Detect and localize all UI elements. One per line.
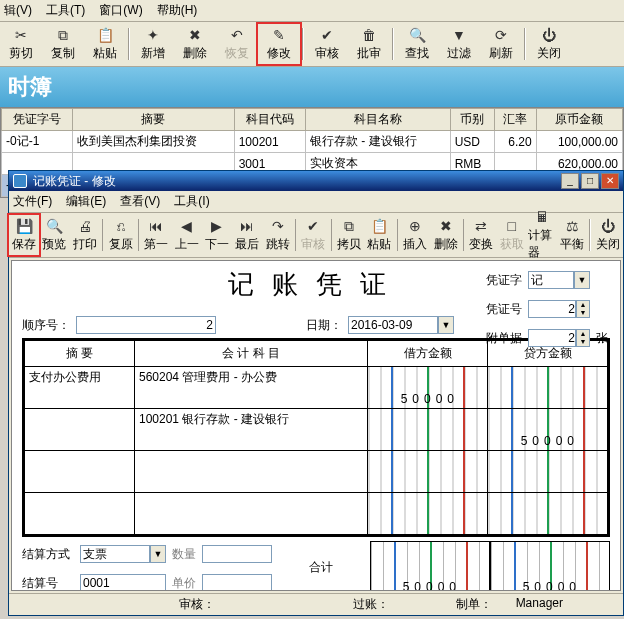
新增-button[interactable]: ✦新增 (132, 24, 174, 64)
spin-buttons[interactable]: ▲▼ (576, 329, 590, 347)
修改-icon: ✎ (271, 27, 287, 43)
settle-mode-select[interactable] (80, 545, 150, 563)
插入-button[interactable]: ⊕插入 (400, 215, 430, 255)
voucher-row[interactable]: 支付办公费用560204 管理费用 - 办公费50000 (25, 367, 608, 409)
批审-icon: 🗑 (361, 27, 377, 43)
close-button[interactable]: ✕ (601, 173, 619, 189)
粘贴-button[interactable]: 📋粘贴 (364, 215, 394, 255)
qty-input[interactable] (202, 545, 272, 563)
voucher-document: 记账凭证 凭证字 ▼ 凭证号 ▲▼ 附单据 ▲▼ 张 顺序号： 日期： ▼ 摘 … (11, 260, 621, 591)
audit-label: 审核： (179, 596, 215, 613)
menu-item[interactable]: 文件(F) (13, 193, 52, 210)
刷新-button[interactable]: ⟳刷新 (480, 24, 522, 64)
删除-button[interactable]: ✖删除 (430, 215, 460, 255)
第一-icon: ⏮ (148, 218, 164, 234)
app-icon (13, 174, 27, 188)
qty-label: 数量 (172, 546, 196, 563)
修改-button[interactable]: ✎修改 (258, 24, 300, 64)
审核-button[interactable]: ✔审核 (298, 215, 328, 255)
menu-item[interactable]: 帮助(H) (157, 2, 198, 19)
attach-count-input[interactable] (528, 329, 576, 347)
关闭-button[interactable]: ⏻关闭 (528, 24, 570, 64)
下一-icon: ▶ (209, 218, 225, 234)
col-debit: 借方金额 (368, 341, 488, 367)
刷新-icon: ⟳ (493, 27, 509, 43)
复制-button[interactable]: ⧉复制 (42, 24, 84, 64)
平衡-button[interactable]: ⚖平衡 (557, 215, 587, 255)
grid-col[interactable]: 凭证字号 (2, 109, 73, 131)
grid-col[interactable]: 摘要 (73, 109, 234, 131)
chevron-down-icon[interactable]: ▼ (150, 545, 166, 563)
批审-button[interactable]: 🗑批审 (348, 24, 390, 64)
过滤-button[interactable]: ▼过滤 (438, 24, 480, 64)
settle-no-label: 结算号 (22, 575, 74, 592)
剪切-button[interactable]: ✂剪切 (0, 24, 42, 64)
menu-item[interactable]: 辑(V) (4, 2, 32, 19)
grid-col[interactable]: 汇率 (495, 109, 536, 131)
审核-button[interactable]: ✔审核 (306, 24, 348, 64)
menu-item[interactable]: 编辑(E) (66, 193, 106, 210)
删除-button[interactable]: ✖删除 (174, 24, 216, 64)
grid-col[interactable]: 科目名称 (305, 109, 450, 131)
spin-buttons[interactable]: ▲▼ (576, 300, 590, 318)
voucher-row[interactable] (25, 451, 608, 493)
预览-button[interactable]: 🔍预览 (39, 215, 69, 255)
menu-item[interactable]: 窗口(W) (99, 2, 142, 19)
seq-input[interactable] (76, 316, 216, 334)
menu-item[interactable]: 查看(V) (120, 193, 160, 210)
打印-button[interactable]: 🖨打印 (70, 215, 100, 255)
settle-no-input[interactable] (80, 574, 166, 591)
拷贝-button[interactable]: ⧉拷贝 (334, 215, 364, 255)
保存-button[interactable]: 💾保存 (9, 215, 39, 255)
审核-icon: ✔ (319, 27, 335, 43)
grid-col[interactable]: 币别 (450, 109, 495, 131)
maximize-button[interactable]: □ (581, 173, 599, 189)
复原-icon: ⎌ (113, 218, 129, 234)
计算器-icon: 🖩 (534, 209, 550, 225)
获取-button[interactable]: □获取 (496, 215, 526, 255)
删除-icon: ✖ (187, 27, 203, 43)
上一-icon: ◀ (179, 218, 195, 234)
maker-value: Manager (516, 596, 563, 613)
上一-button[interactable]: ◀上一 (171, 215, 201, 255)
审核-icon: ✔ (305, 218, 321, 234)
关闭-icon: ⏻ (541, 27, 557, 43)
grid-col[interactable]: 原币金额 (536, 109, 622, 131)
menu-item[interactable]: 工具(I) (174, 193, 209, 210)
table-row[interactable]: -0记-1收到美国杰利集团投资100201银行存款 - 建设银行USD6.201… (2, 131, 623, 153)
voucher-row[interactable]: 100201 银行存款 - 建设银行50000 (25, 409, 608, 451)
变换-button[interactable]: ⇄变换 (466, 215, 496, 255)
main-menubar: 辑(V) 工具(T) 窗口(W) 帮助(H) (0, 0, 624, 22)
chevron-down-icon[interactable]: ▼ (438, 316, 454, 334)
保存-icon: 💾 (16, 218, 32, 234)
关闭-icon: ⏻ (600, 218, 616, 234)
计算器-button[interactable]: 🖩计算器 (527, 215, 557, 255)
attach-label: 附单据 (486, 330, 522, 347)
grid-col[interactable]: 科目代码 (234, 109, 305, 131)
date-input[interactable] (348, 316, 438, 334)
查找-button[interactable]: 🔍查找 (396, 24, 438, 64)
price-input[interactable] (202, 574, 272, 591)
第一-button[interactable]: ⏮第一 (141, 215, 171, 255)
复原-button[interactable]: ⎌复原 (105, 215, 135, 255)
最后-icon: ⏭ (239, 218, 255, 234)
total-label: 合计 (278, 541, 364, 576)
attach-suffix: 张 (596, 330, 608, 347)
插入-icon: ⊕ (407, 218, 423, 234)
chevron-down-icon[interactable]: ▼ (574, 271, 590, 289)
粘贴-icon: 📋 (371, 218, 387, 234)
menu-item[interactable]: 工具(T) (46, 2, 85, 19)
恢复-button[interactable]: ↶恢复 (216, 24, 258, 64)
下一-button[interactable]: ▶下一 (202, 215, 232, 255)
voucher-lines-table[interactable]: 摘 要 会 计 科 目 借方金额 贷方金额 支付办公费用560204 管理费用 … (22, 338, 610, 537)
minimize-button[interactable]: _ (561, 173, 579, 189)
voucher-no-input[interactable] (528, 300, 576, 318)
粘贴-button[interactable]: 📋粘贴 (84, 24, 126, 64)
关闭-button[interactable]: ⏻关闭 (593, 215, 623, 255)
最后-button[interactable]: ⏭最后 (232, 215, 262, 255)
voucher-word-select[interactable] (528, 271, 574, 289)
voucher-row[interactable] (25, 493, 608, 535)
跳转-button[interactable]: ↷跳转 (262, 215, 292, 255)
modal-menubar: 文件(F) 编辑(E) 查看(V) 工具(I) (9, 191, 623, 213)
复制-icon: ⧉ (55, 27, 71, 43)
